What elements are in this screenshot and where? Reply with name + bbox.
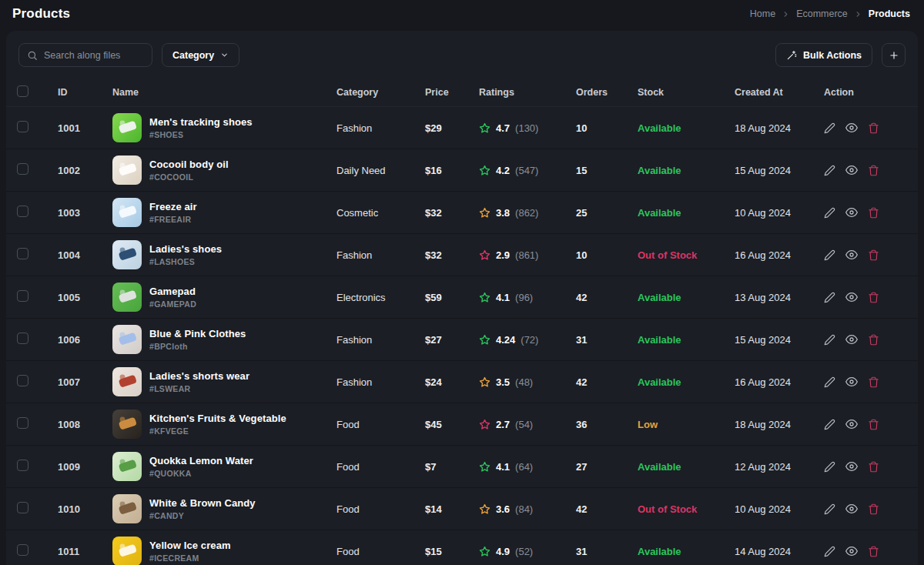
product-name: Ladies's shoes <box>149 243 222 255</box>
created-at: 14 Aug 2024 <box>735 546 824 557</box>
view-button[interactable] <box>845 503 858 515</box>
delete-button[interactable] <box>868 546 879 557</box>
product-category: Food <box>336 546 425 557</box>
product-tag: #LSWEAR <box>149 384 249 393</box>
rating-count: (130) <box>515 122 538 134</box>
row-checkbox[interactable] <box>17 163 28 175</box>
row-checkbox[interactable] <box>17 206 28 217</box>
breadcrumb-home[interactable]: Home <box>750 8 775 19</box>
eye-icon <box>845 291 858 303</box>
delete-button[interactable] <box>868 165 879 176</box>
view-button[interactable] <box>845 418 858 430</box>
edit-button[interactable] <box>824 376 835 388</box>
eye-icon <box>845 249 858 261</box>
view-button[interactable] <box>845 460 858 473</box>
created-at: 18 Aug 2024 <box>735 122 824 134</box>
breadcrumb-ecommerce[interactable]: Ecommerce <box>796 8 848 19</box>
product-rating: 4.9 (52) <box>479 546 576 557</box>
edit-button[interactable] <box>824 249 835 261</box>
col-header-ratings: Ratings <box>479 87 576 98</box>
product-orders: 31 <box>576 546 638 557</box>
product-thumbnail <box>112 282 142 312</box>
row-checkbox[interactable] <box>17 248 28 259</box>
trash-icon <box>868 419 879 430</box>
view-button[interactable] <box>845 164 858 176</box>
rating-count: (547) <box>515 165 538 176</box>
product-price: $24 <box>425 376 479 388</box>
product-tag: #ICECREAM <box>149 553 231 563</box>
row-checkbox[interactable] <box>17 375 28 386</box>
row-actions <box>824 333 907 346</box>
product-category: Food <box>336 419 425 430</box>
col-header-action: Action <box>824 87 907 98</box>
edit-button[interactable] <box>824 503 835 515</box>
trash-icon <box>868 249 879 261</box>
view-button[interactable] <box>845 122 858 134</box>
product-tag: #QUOKKA <box>149 469 253 478</box>
delete-button[interactable] <box>868 419 879 430</box>
product-thumbnail <box>112 325 142 354</box>
edit-button[interactable] <box>824 292 835 303</box>
view-button[interactable] <box>845 376 858 388</box>
select-all-checkbox[interactable] <box>17 85 28 97</box>
delete-button[interactable] <box>868 292 879 303</box>
delete-button[interactable] <box>868 249 879 261</box>
col-header-created-at: Created At <box>735 87 824 98</box>
row-checkbox[interactable] <box>17 460 28 471</box>
eye-icon <box>845 545 858 557</box>
bulk-actions-button[interactable]: Bulk Actions <box>775 43 872 67</box>
view-button[interactable] <box>845 333 858 346</box>
delete-button[interactable] <box>868 334 879 346</box>
edit-button[interactable] <box>824 546 835 557</box>
delete-button[interactable] <box>868 503 879 515</box>
delete-button[interactable] <box>868 207 879 219</box>
created-at: 12 Aug 2024 <box>735 461 824 473</box>
table-row: 1003 Freeze air #FREEAIR Cosmetic $32 3.… <box>6 192 918 234</box>
rating-value: 4.1 <box>496 292 510 303</box>
edit-button[interactable] <box>824 207 835 219</box>
row-checkbox[interactable] <box>17 502 28 513</box>
row-checkbox[interactable] <box>17 544 28 556</box>
product-id: 1008 <box>58 419 112 430</box>
search-input[interactable] <box>44 50 144 61</box>
breadcrumb-products: Products <box>869 8 910 19</box>
product-thumbnail <box>112 113 142 142</box>
product-rating: 3.8 (862) <box>479 207 576 219</box>
view-button[interactable] <box>845 291 858 303</box>
edit-button[interactable] <box>824 419 835 430</box>
chevron-right-icon <box>854 10 862 18</box>
row-checkbox[interactable] <box>17 333 28 344</box>
row-checkbox[interactable] <box>17 290 28 302</box>
edit-button[interactable] <box>824 461 835 473</box>
product-rating: 2.9 (861) <box>479 249 576 261</box>
product-rating: 4.1 (96) <box>479 292 576 303</box>
eye-icon <box>845 376 858 388</box>
product-orders: 10 <box>576 249 638 261</box>
delete-button[interactable] <box>868 376 879 388</box>
rating-value: 3.5 <box>496 376 510 388</box>
edit-button[interactable] <box>824 334 835 346</box>
product-name: Ladies's shorts wear <box>149 370 249 382</box>
view-button[interactable] <box>845 206 858 219</box>
product-tag: #SHOES <box>149 130 253 139</box>
edit-button[interactable] <box>824 122 835 134</box>
row-actions <box>824 460 907 473</box>
row-checkbox[interactable] <box>17 417 28 429</box>
delete-button[interactable] <box>868 461 879 473</box>
product-price: $16 <box>425 165 479 176</box>
rating-value: 2.7 <box>496 419 510 430</box>
row-actions <box>824 249 907 261</box>
pencil-icon <box>824 292 835 303</box>
search-field[interactable] <box>18 43 152 67</box>
category-filter-button[interactable]: Category <box>162 43 239 67</box>
delete-button[interactable] <box>868 122 879 134</box>
view-button[interactable] <box>845 249 858 261</box>
search-icon <box>27 50 38 61</box>
edit-button[interactable] <box>824 165 835 176</box>
product-category: Electronics <box>336 292 425 303</box>
rating-value: 4.2 <box>496 165 510 176</box>
add-product-button[interactable] <box>882 43 906 67</box>
row-checkbox[interactable] <box>17 121 28 132</box>
row-actions <box>824 503 907 515</box>
view-button[interactable] <box>845 545 858 557</box>
